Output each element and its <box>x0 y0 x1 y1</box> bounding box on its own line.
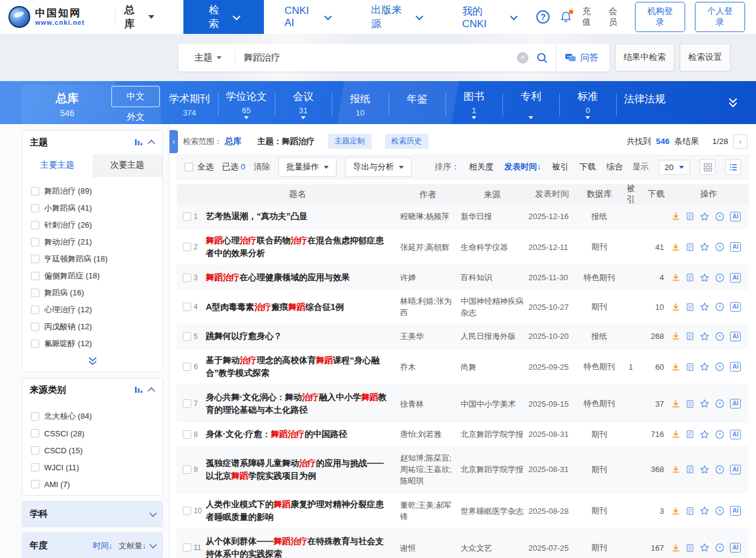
read-icon[interactable] <box>686 507 694 516</box>
row-checkbox[interactable] <box>183 303 191 311</box>
result-title-link[interactable]: 身心共舞·文化润心：舞动治疗融入中小学舞蹈教育的理论基础与本土化路径 <box>206 392 387 415</box>
sort-option[interactable]: 被引 <box>552 162 568 172</box>
ai-icon[interactable]: AI <box>730 399 741 409</box>
facet-item[interactable]: 舞蹈治疗 (89) <box>31 183 155 200</box>
row-checkbox[interactable] <box>183 332 191 341</box>
download-icon[interactable] <box>671 465 680 474</box>
facet-checkbox[interactable] <box>31 412 39 421</box>
facet-item[interactable]: 北大核心 (84) <box>31 408 155 425</box>
download-icon[interactable] <box>671 363 680 372</box>
row-select[interactable]: 5 <box>177 332 203 341</box>
facet-checkbox[interactable] <box>31 187 39 195</box>
row-checkbox[interactable] <box>183 465 191 474</box>
source-cell[interactable]: 百科知识 <box>458 272 526 283</box>
cnki-logo[interactable]: 中国知网 www.cnki.net <box>0 0 114 34</box>
search-in-results-button[interactable]: 结果中检索 <box>615 44 674 71</box>
result-title-link[interactable]: 舞蹈心理治疗联合药物治疗在混合焦虑抑郁症患者中的效果分析 <box>206 235 384 258</box>
row-select[interactable]: 11 <box>177 543 203 552</box>
db-nav-item[interactable]: 年鉴 <box>389 85 445 124</box>
search-field-selector[interactable]: 主题 <box>179 52 235 64</box>
search-icon[interactable] <box>536 51 548 64</box>
facet-checkbox[interactable] <box>31 446 39 455</box>
chevron-up-icon[interactable] <box>148 140 156 148</box>
facet-sorter[interactable]: 时间↓ <box>93 540 113 551</box>
ai-icon[interactable]: AI <box>730 212 741 222</box>
cite-icon[interactable]: ” <box>715 362 725 372</box>
authors-cell[interactable]: 王美华 <box>398 330 458 342</box>
favorite-icon[interactable] <box>700 302 709 312</box>
top-menu-item-2[interactable]: 出版来源 <box>350 0 441 34</box>
read-icon[interactable] <box>686 273 694 282</box>
facet-checkbox[interactable] <box>31 255 39 263</box>
chevron-down-icon[interactable] <box>150 510 157 517</box>
top-menu-item-3[interactable]: 我的CNKI <box>441 0 536 34</box>
cite-icon[interactable]: ” <box>715 273 725 283</box>
facet-checkbox[interactable] <box>31 272 39 280</box>
qa-button[interactable]: 问答 <box>556 44 610 71</box>
db-nav-item[interactable]: 学位论文65 <box>218 85 275 124</box>
facet-checkbox[interactable] <box>31 221 39 229</box>
row-checkbox[interactable] <box>183 430 191 439</box>
authors-cell[interactable]: 张延芹;高朝辉 <box>398 241 458 253</box>
facet-item[interactable]: WJCI (11) <box>31 459 155 476</box>
favorite-icon[interactable] <box>700 465 709 474</box>
favorite-icon[interactable] <box>700 399 709 409</box>
facet-item[interactable]: 心理治疗 (12) <box>31 301 155 318</box>
list-view-button[interactable] <box>725 159 741 175</box>
facet-tab[interactable]: 次要主题 <box>93 154 163 177</box>
row-select[interactable]: 10 <box>177 507 203 515</box>
read-icon[interactable] <box>686 212 694 221</box>
member-link[interactable]: 会员 <box>609 6 626 28</box>
source-cell[interactable]: 北京舞蹈学院学报 <box>458 464 526 475</box>
sort-option[interactable]: 相关度 <box>469 162 494 172</box>
authors-cell[interactable]: 许婵 <box>398 272 458 283</box>
facet-item[interactable]: 舞动治疗 (21) <box>31 234 155 251</box>
db-nav-item[interactable]: 报纸10 <box>332 85 389 124</box>
row-checkbox[interactable] <box>183 212 191 221</box>
download-icon[interactable] <box>671 332 680 341</box>
favorite-icon[interactable] <box>700 543 709 553</box>
source-cell[interactable]: 生命科学仪器 <box>458 241 526 253</box>
help-icon[interactable]: ? <box>536 10 550 24</box>
result-title-link[interactable]: 艺考热退潮，“真功夫”凸显 <box>206 211 307 221</box>
cite-icon[interactable]: ” <box>715 302 725 312</box>
bar-chart-icon[interactable] <box>134 137 143 148</box>
favorite-icon[interactable] <box>700 506 709 516</box>
total-db-tab[interactable]: 总库 546 中文外文 <box>22 85 161 124</box>
read-icon[interactable] <box>686 543 694 553</box>
facet-item[interactable]: 氟哌啶醇 (12) <box>31 335 155 352</box>
clear-search-icon[interactable]: × <box>517 52 528 64</box>
facet-item[interactable]: 亨廷顿舞蹈病 (18) <box>31 251 155 268</box>
facet-item[interactable]: CSCD (15) <box>31 442 155 459</box>
result-title-link[interactable]: 舞蹈治疗在心理健康领域的应用与效果 <box>206 272 350 282</box>
read-icon[interactable] <box>686 332 694 341</box>
row-select[interactable]: 6 <box>177 363 203 371</box>
facet-item[interactable]: 丙戊酸钠 (12) <box>31 318 155 335</box>
search-input[interactable] <box>235 53 517 63</box>
row-select[interactable]: 7 <box>177 399 203 408</box>
cite-icon[interactable]: ” <box>715 399 725 409</box>
source-cell[interactable]: 中国神经精神疾病杂志 <box>458 295 526 318</box>
db-nav-item[interactable]: 法律法规 <box>616 85 673 124</box>
sort-option[interactable]: 综合 <box>606 162 623 172</box>
read-icon[interactable] <box>686 465 694 474</box>
top-menu-item-0[interactable]: 检索 <box>183 0 264 34</box>
source-cell[interactable]: 人民日报海外版 <box>458 330 526 342</box>
grid-view-button[interactable] <box>700 159 715 175</box>
download-icon[interactable] <box>671 543 680 553</box>
favorite-icon[interactable] <box>700 212 709 222</box>
favorite-icon[interactable] <box>700 430 709 439</box>
download-icon[interactable] <box>671 399 680 409</box>
ai-icon[interactable]: AI <box>730 543 741 553</box>
top-menu-item-1[interactable]: CNKI AI <box>264 0 350 34</box>
facet-checkbox[interactable] <box>31 204 39 212</box>
read-icon[interactable] <box>686 243 694 252</box>
source-cell[interactable]: 大众文艺 <box>458 542 526 554</box>
favorite-icon[interactable] <box>700 242 709 252</box>
authors-cell[interactable]: 赵知博;陈栞宣;周祐瑄;王嘉欣;陈昭琪 <box>398 452 458 487</box>
favorite-icon[interactable] <box>700 362 709 372</box>
clear-selection-button[interactable]: 清除 <box>254 162 270 172</box>
read-icon[interactable] <box>686 399 694 409</box>
cite-icon[interactable]: ” <box>715 242 725 252</box>
authors-cell[interactable]: 谢恒 <box>398 542 458 554</box>
